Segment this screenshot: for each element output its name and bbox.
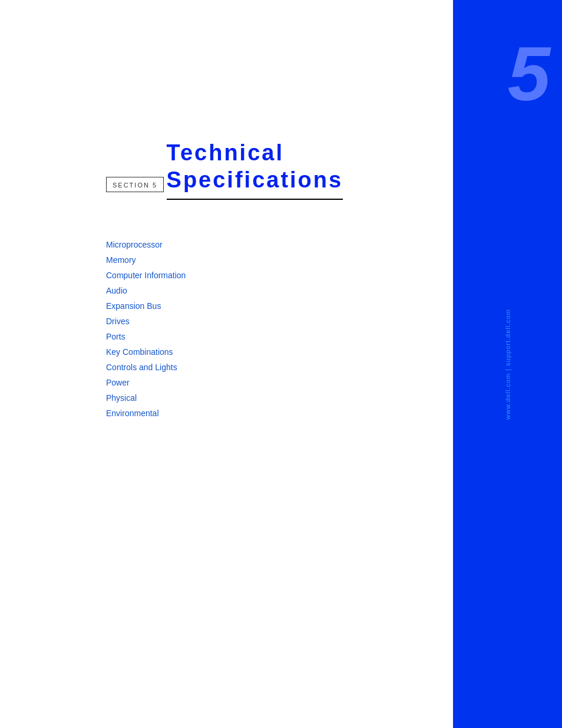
nav-link-drives[interactable]: Drives (106, 317, 130, 326)
main-title: Technical Specifications (167, 140, 343, 199)
sidebar-vertical-text: www.dell.com | support.dell.com (453, 0, 562, 728)
list-item: Physical (106, 393, 418, 403)
list-item: Audio (106, 285, 418, 296)
list-item: Computer Information (106, 270, 418, 281)
list-item: Microprocessor (106, 239, 418, 250)
title-line1: Technical (167, 140, 343, 167)
page-container: 5 www.dell.com | support.dell.com SECTIO… (0, 0, 562, 728)
list-item: Power (106, 377, 418, 388)
nav-link-environmental[interactable]: Environmental (106, 409, 159, 418)
list-item: Drives (106, 316, 418, 327)
nav-link-audio[interactable]: Audio (106, 286, 127, 295)
nav-link-memory[interactable]: Memory (106, 255, 136, 265)
sidebar-url-text: www.dell.com | support.dell.com (504, 309, 511, 420)
section-label-text: SECTION 5 (113, 182, 157, 189)
list-item: Memory (106, 255, 418, 265)
nav-link-ports[interactable]: Ports (106, 332, 125, 341)
nav-list: MicroprocessorMemoryComputer Information… (106, 239, 418, 419)
sidebar: 5 www.dell.com | support.dell.com (453, 0, 562, 728)
list-item: Key Combinations (106, 347, 418, 357)
nav-link-microprocessor[interactable]: Microprocessor (106, 240, 163, 249)
main-content: SECTION 5 Technical Specifications Micro… (0, 0, 453, 728)
list-item: Environmental (106, 408, 418, 419)
list-item: Ports (106, 331, 418, 342)
nav-link-physical[interactable]: Physical (106, 393, 137, 403)
list-item: Controls and Lights (106, 362, 418, 373)
nav-link-key-combinations[interactable]: Key Combinations (106, 347, 173, 357)
title-line2: Specifications (167, 167, 343, 194)
list-item: Expansion Bus (106, 301, 418, 311)
nav-link-computer-information[interactable]: Computer Information (106, 271, 186, 280)
nav-link-expansion-bus[interactable]: Expansion Bus (106, 301, 161, 311)
section-label: SECTION 5 (106, 177, 164, 192)
nav-link-controls-and-lights[interactable]: Controls and Lights (106, 363, 177, 372)
nav-link-power[interactable]: Power (106, 378, 130, 387)
